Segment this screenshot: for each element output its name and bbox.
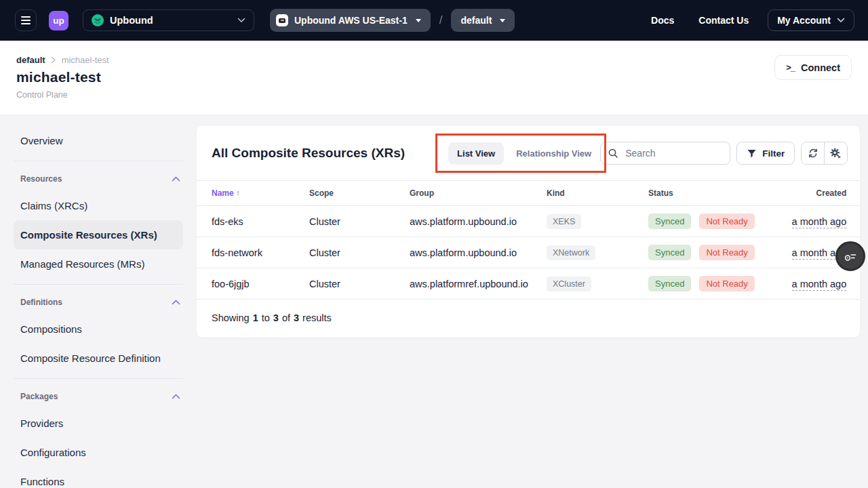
resources-card: All Composite Resources (XRs) List View … — [197, 126, 860, 338]
auto-refresh-settings-button[interactable] — [825, 142, 847, 164]
connect-button-label: Connect — [801, 62, 840, 73]
breadcrumb: default michael-test — [16, 55, 852, 65]
sort-ascending-icon: ↑ — [236, 188, 240, 198]
sidebar-item-overview[interactable]: Overview — [14, 126, 183, 155]
cell-status: Synced Not Ready — [648, 268, 773, 300]
relative-time[interactable]: a month ago — [792, 216, 847, 228]
control-plane-icon — [276, 14, 288, 26]
sidebar-section-label: Definitions — [20, 298, 62, 307]
cell-name[interactable]: fds-eks — [197, 206, 309, 237]
status-badge-not-ready: Not Ready — [699, 245, 754, 260]
sidebar-section-resources[interactable]: Resources — [14, 167, 183, 191]
filter-button-label: Filter — [762, 148, 785, 159]
column-header-group[interactable]: Group — [409, 181, 546, 206]
cell-created: a month ago — [773, 206, 860, 237]
relative-time[interactable]: a month ago — [792, 279, 847, 291]
cell-kind: XNetwork — [546, 237, 648, 268]
table-actions-group — [801, 142, 848, 165]
docs-link[interactable]: Docs — [651, 15, 674, 26]
refresh-button[interactable] — [802, 142, 824, 164]
resources-table: Name↑ Scope Group Kind Status Created fd… — [197, 180, 860, 300]
results-summary: Showing 1 to 3 of 3 results — [197, 300, 860, 338]
breadcrumb-chevron-icon — [51, 56, 56, 64]
control-plane-selector[interactable]: Upbound AWS US-East-1 — [270, 9, 431, 32]
breadcrumb-separator: / — [439, 14, 443, 27]
page-subtitle: Control Plane — [16, 90, 852, 100]
contact-us-link[interactable]: Contact Us — [698, 15, 749, 26]
search-input[interactable] — [624, 147, 723, 159]
kind-badge: XCluster — [547, 277, 591, 291]
top-navbar: up Upbound Upbound AWS US-East-1 / defau… — [0, 0, 868, 41]
sidebar-item-providers[interactable]: Providers — [14, 409, 183, 438]
upbound-logo: up — [49, 11, 68, 30]
kind-badge: XEKS — [547, 214, 581, 229]
my-account-button[interactable]: My Account — [768, 9, 854, 31]
sidebar-item-compositions[interactable]: Compositions — [14, 314, 183, 344]
sidebar-item-composite-resources[interactable]: Composite Resources (XRs) — [14, 220, 183, 249]
page-title: michael-test — [16, 69, 852, 85]
cell-created: a month ago — [773, 268, 860, 300]
chevron-up-icon — [172, 176, 180, 182]
hamburger-icon — [21, 16, 31, 24]
results-to: 3 — [273, 312, 279, 323]
cell-kind: XCluster — [546, 268, 648, 300]
cell-status: Synced Not Ready — [648, 206, 773, 237]
results-total: 3 — [294, 312, 299, 323]
hamburger-menu-button[interactable] — [15, 9, 37, 31]
status-badge-not-ready: Not Ready — [699, 214, 754, 229]
column-header-status[interactable]: Status — [648, 181, 773, 206]
org-selector-label: Upbound — [110, 15, 153, 26]
cell-name[interactable]: foo-6jgjb — [197, 268, 309, 300]
column-header-kind[interactable]: Kind — [546, 181, 648, 206]
feedback-widget-button[interactable] — [835, 241, 865, 271]
sidebar-item-composite-resource-definition[interactable]: Composite Resource Definition — [14, 344, 183, 373]
sidebar-divider — [14, 284, 183, 285]
status-badge-synced: Synced — [648, 245, 691, 260]
sidebar-item-functions[interactable]: Functions — [14, 467, 183, 488]
table-row[interactable]: fds-eks Cluster aws.platform.upbound.io … — [197, 206, 860, 237]
relationship-view-tab[interactable]: Relationship View — [507, 142, 600, 165]
org-selector[interactable]: Upbound — [83, 9, 254, 31]
sidebar-divider — [14, 161, 183, 161]
filter-button[interactable]: Filter — [736, 142, 795, 165]
group-selector[interactable]: default — [451, 9, 515, 32]
breadcrumb-parent-link[interactable]: default — [16, 55, 45, 65]
cell-status: Synced Not Ready — [648, 237, 773, 268]
column-header-created[interactable]: Created — [773, 181, 860, 206]
column-header-scope[interactable]: Scope — [309, 181, 409, 206]
kind-badge: XNetwork — [547, 245, 595, 260]
my-account-label: My Account — [777, 15, 831, 26]
list-view-tab[interactable]: List View — [448, 142, 504, 165]
table-row[interactable]: foo-6jgjb Cluster aws.platformref.upboun… — [197, 268, 860, 300]
connect-button[interactable]: >_ Connect — [774, 55, 852, 80]
status-badge-synced: Synced — [648, 276, 691, 291]
card-title: All Composite Resources (XRs) — [212, 146, 405, 161]
filter-funnel-icon — [747, 148, 757, 159]
chevron-down-icon — [237, 18, 245, 23]
search-field — [600, 142, 730, 165]
chevron-up-icon — [172, 394, 180, 399]
page-header: default michael-test michael-test Contro… — [0, 41, 868, 115]
group-selector-label: default — [460, 15, 492, 26]
view-toggle: List View Relationship View — [448, 142, 600, 165]
chevron-up-icon — [172, 300, 180, 305]
results-from: 1 — [253, 312, 258, 323]
cell-scope: Cluster — [309, 206, 409, 237]
table-header-row: Name↑ Scope Group Kind Status Created — [197, 181, 860, 206]
sidebar-item-claims[interactable]: Claims (XRCs) — [14, 191, 183, 220]
sidebar-item-configurations[interactable]: Configurations — [14, 438, 183, 467]
sidebar-divider — [14, 378, 183, 379]
caret-down-icon — [416, 19, 421, 22]
sidebar-section-label: Resources — [20, 174, 62, 184]
content-area: Overview Resources Claims (XRCs) Composi… — [0, 115, 868, 488]
sidebar-section-packages[interactable]: Packages — [14, 384, 183, 409]
cell-scope: Cluster — [309, 268, 409, 300]
cell-kind: XEKS — [546, 206, 648, 237]
cell-name[interactable]: fds-network — [197, 237, 309, 268]
sidebar-item-managed-resources[interactable]: Managed Resources (MRs) — [14, 249, 183, 279]
sidebar-section-definitions[interactable]: Definitions — [14, 290, 183, 314]
sidebar-section-label: Packages — [20, 392, 58, 401]
table-row[interactable]: fds-network Cluster aws.platform.upbound… — [197, 237, 860, 268]
cell-group: aws.platformref.upbound.io — [409, 268, 546, 300]
column-header-name[interactable]: Name↑ — [197, 181, 309, 206]
